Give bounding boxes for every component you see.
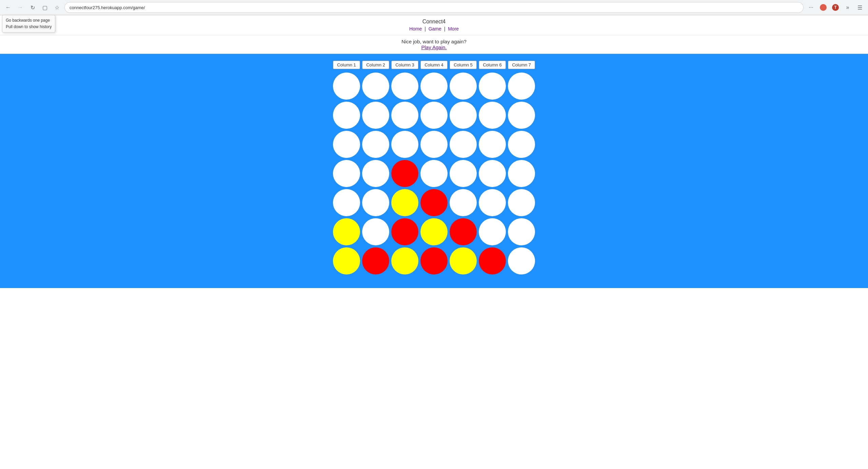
cell-6-2	[391, 247, 418, 274]
nav-game-link[interactable]: Game	[429, 26, 441, 32]
cell-4-3	[420, 189, 448, 216]
cell-1-0	[333, 102, 360, 129]
cell-0-4	[450, 73, 477, 100]
board-row-6	[333, 247, 535, 274]
ext-t-icon: T	[832, 4, 839, 11]
cell-5-5	[479, 218, 506, 245]
cell-1-5	[479, 102, 506, 129]
game-area: Column 1Column 2Column 3Column 4Column 5…	[0, 54, 868, 288]
nav-home-link[interactable]: Home	[409, 26, 422, 32]
cell-0-3	[420, 73, 448, 100]
cell-2-3	[420, 131, 448, 158]
cell-6-6	[508, 247, 535, 274]
cell-3-5	[479, 160, 506, 187]
address-bar[interactable]: connectfour275.herokuapp.com/game/	[64, 2, 804, 13]
cell-0-6	[508, 73, 535, 100]
back-tooltip: Go backwards one page Pull down to show …	[2, 15, 55, 33]
url-text: connectfour275.herokuapp.com/game/	[70, 5, 145, 10]
column-buttons: Column 1Column 2Column 3Column 4Column 5…	[333, 61, 535, 69]
cell-2-2	[391, 131, 418, 158]
reload-button[interactable]: ↻	[28, 3, 37, 12]
cell-3-2	[391, 160, 418, 187]
cell-3-0	[333, 160, 360, 187]
page-header: Connect4 Home | Game | More	[0, 15, 868, 35]
board-row-3	[333, 160, 535, 187]
col-btn-1[interactable]: Column 1	[333, 61, 360, 69]
cell-3-6	[508, 160, 535, 187]
win-message: Nice job, want to play again?	[401, 39, 467, 44]
col-btn-5[interactable]: Column 5	[450, 61, 477, 69]
cell-4-1	[362, 189, 389, 216]
col-btn-7[interactable]: Column 7	[508, 61, 535, 69]
cell-6-0	[333, 247, 360, 274]
tooltip-line2: Pull down to show history	[6, 24, 52, 30]
cell-1-6	[508, 102, 535, 129]
cell-5-0	[333, 218, 360, 245]
cell-6-4	[450, 247, 477, 274]
forward-button[interactable]: →	[16, 3, 25, 12]
cell-2-6	[508, 131, 535, 158]
extension-icon-red[interactable]	[818, 3, 828, 12]
menu-button[interactable]: ☰	[855, 3, 865, 12]
cell-5-6	[508, 218, 535, 245]
message-bar: Nice job, want to play again? Play Again…	[0, 35, 868, 54]
cell-0-0	[333, 73, 360, 100]
cell-5-4	[450, 218, 477, 245]
bookmark-button[interactable]: ☆	[52, 3, 62, 12]
cell-2-4	[450, 131, 477, 158]
cell-6-3	[420, 247, 448, 274]
cell-2-5	[479, 131, 506, 158]
cell-1-2	[391, 102, 418, 129]
cell-4-6	[508, 189, 535, 216]
toolbar-right: ··· T » ☰	[806, 3, 865, 12]
browser-toolbar: ← → ↻ ▢ ☆ connectfour275.herokuapp.com/g…	[0, 0, 868, 15]
nav-links: Home | Game | More	[3, 26, 865, 32]
cell-5-1	[362, 218, 389, 245]
board-row-0	[333, 73, 535, 100]
cell-1-1	[362, 102, 389, 129]
cell-0-5	[479, 73, 506, 100]
nav-sep-2: |	[444, 26, 446, 32]
cell-3-3	[420, 160, 448, 187]
extension-icon-t[interactable]: T	[831, 3, 840, 12]
home-button[interactable]: ▢	[40, 3, 50, 12]
nav-sep-1: |	[425, 26, 426, 32]
col-btn-2[interactable]: Column 2	[362, 61, 389, 69]
board	[333, 73, 535, 274]
board-row-5	[333, 218, 535, 245]
col-btn-4[interactable]: Column 4	[420, 61, 448, 69]
cell-2-1	[362, 131, 389, 158]
cell-4-5	[479, 189, 506, 216]
browser-chrome: ← → ↻ ▢ ☆ connectfour275.herokuapp.com/g…	[0, 0, 868, 15]
cell-3-1	[362, 160, 389, 187]
cell-4-0	[333, 189, 360, 216]
cell-0-2	[391, 73, 418, 100]
col-btn-6[interactable]: Column 6	[479, 61, 506, 69]
cell-6-5	[479, 247, 506, 274]
board-row-2	[333, 131, 535, 158]
extensions-button[interactable]: »	[843, 3, 852, 12]
cell-6-1	[362, 247, 389, 274]
cell-4-4	[450, 189, 477, 216]
cell-4-2	[391, 189, 418, 216]
cell-1-3	[420, 102, 448, 129]
tooltip-line1: Go backwards one page	[6, 17, 52, 24]
board-row-4	[333, 189, 535, 216]
cell-2-0	[333, 131, 360, 158]
more-button[interactable]: ···	[806, 3, 816, 12]
back-button[interactable]: ←	[3, 3, 13, 12]
cell-5-2	[391, 218, 418, 245]
board-row-1	[333, 102, 535, 129]
cell-3-4	[450, 160, 477, 187]
cell-1-4	[450, 102, 477, 129]
ext-red-icon	[820, 4, 827, 11]
play-again-link[interactable]: Play Again.	[3, 44, 865, 50]
col-btn-3[interactable]: Column 3	[391, 61, 418, 69]
cell-0-1	[362, 73, 389, 100]
page-title: Connect4	[3, 19, 865, 25]
nav-more-link[interactable]: More	[448, 26, 459, 32]
cell-5-3	[420, 218, 448, 245]
